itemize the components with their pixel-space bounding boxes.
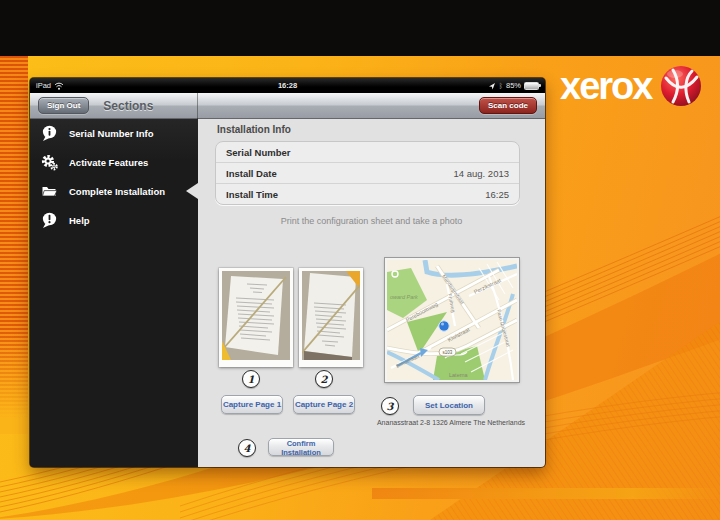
scan-code-button[interactable]: Scan code [479,97,537,114]
sidebar-item-activate-features[interactable]: Activate Features [30,148,198,177]
map-image: oward Park Pereboomweg Perzikstraat Mand… [387,260,517,380]
table-row-serial-number: Serial Number [216,142,519,162]
nav-left-segment: Sign Out Sections [30,93,198,119]
status-bar: 16:28 iPad ᛒ 85% [30,78,545,93]
info-bubble-icon [41,125,58,142]
map-label-laterna: Laterna [449,372,469,378]
sidebar-item-serial-number-info[interactable]: Serial Number Info [30,119,198,148]
wifi-icon [54,82,64,90]
battery-icon [524,82,539,90]
navigation-bar: Sign Out Sections Scan code [30,93,545,119]
xerox-logo: xerox [560,64,703,108]
configuration-sheet-photo-1 [222,271,290,360]
sections-title: Sections [103,99,153,113]
map-label-park: oward Park [390,294,418,300]
battery-percent: 85% [506,81,521,90]
page-title: Installation Info [217,124,291,135]
location-map: oward Park Pereboomweg Perzikstraat Mand… [385,258,519,382]
xerox-logo-text: xerox [560,67,651,105]
sidebar-item-complete-installation[interactable]: Complete Installation [30,177,198,206]
ipad-screenshot: 16:28 iPad ᛒ 85% Sig [30,78,545,467]
set-location-button[interactable]: Set Location [413,395,485,415]
table-row-install-date: Install Date 14 aug. 2013 [216,162,519,183]
gears-icon [41,154,58,171]
selected-section-notch [186,183,198,199]
step-4-badge: 4 [238,439,256,457]
location-arrow-icon [488,82,496,90]
folder-icon [41,183,58,200]
installation-content: Installation Info Serial Number Install … [198,119,545,467]
installation-info-table: Serial Number Install Date 14 aug. 2013 … [215,141,520,205]
capture-page-2-button[interactable]: Capture Page 2 [293,395,355,414]
configuration-sheet-photo-2 [302,271,360,360]
location-dot [439,321,449,331]
exclamation-bubble-icon [41,212,58,229]
instruction-caption: Print the configuration sheet and take a… [198,216,545,226]
capture-page-1-button[interactable]: Capture Page 1 [221,395,283,414]
nav-right-segment: Scan code [198,93,545,119]
step-2-badge: 2 [315,370,333,388]
step-1-badge: 1 [242,370,260,388]
status-time: 16:28 [30,81,545,90]
table-row-install-time: Install Time 16:25 [216,183,519,204]
sidebar-item-help[interactable]: Help [30,206,198,235]
top-black-band [0,0,720,56]
capture-preview-2 [299,268,363,367]
carrier-label: iPad [36,81,51,90]
wave-stripe-strip [0,56,28,434]
capture-preview-1 [219,268,293,367]
confirm-installation-button[interactable]: Confirm Installation [268,438,334,456]
step-3-badge: 3 [381,397,399,415]
xerox-sphere-icon [659,64,703,108]
bluetooth-icon: ᛒ [499,82,503,89]
map-route-badge: s103 [443,350,453,355]
sign-out-button[interactable]: Sign Out [38,97,89,114]
location-address: Ananasstraat 2-8 1326 Almere The Netherl… [358,419,544,426]
sections-sidebar: Serial Number Info Activate Features [30,119,198,467]
marketing-canvas: xerox 16:28 iPad [0,0,720,520]
